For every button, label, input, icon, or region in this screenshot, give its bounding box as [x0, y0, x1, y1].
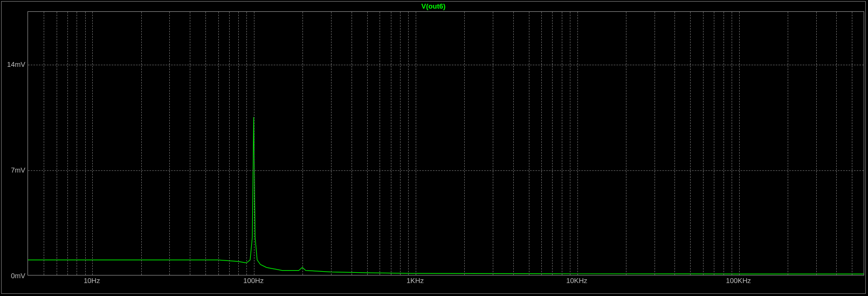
grid-line-v	[570, 12, 570, 275]
grid-line-v	[400, 12, 401, 275]
grid-line-v	[541, 12, 542, 275]
grid-line-v	[655, 12, 655, 275]
x-tick-label: 10KHz	[566, 277, 587, 285]
grid-line-v	[77, 12, 77, 275]
grid-line-v	[246, 12, 247, 275]
grid-line-v	[703, 12, 704, 275]
grid-line-v	[44, 12, 44, 275]
grid-line-v	[391, 12, 391, 275]
trace-title[interactable]: V(out6)	[422, 2, 446, 10]
grid-line-v	[331, 12, 332, 275]
grid-line-v	[562, 12, 562, 275]
grid-line-v	[408, 12, 409, 275]
grid-line-v	[464, 12, 465, 275]
grid-line-h	[28, 170, 864, 171]
trace-line	[28, 12, 864, 275]
plot-area[interactable]	[28, 12, 864, 275]
grid-line-v	[229, 12, 230, 275]
grid-line-v	[205, 12, 206, 275]
x-tick-label: 1KHz	[407, 277, 424, 285]
grid-line-v	[732, 12, 732, 275]
grid-line-v	[141, 12, 142, 275]
x-tick-label: 100Hz	[243, 277, 264, 285]
grid-line-v-major	[254, 12, 254, 275]
y-tick-label: 7mV	[11, 166, 25, 174]
grid-line-v	[190, 12, 190, 275]
grid-line-v	[85, 12, 86, 275]
grid-line-v	[674, 12, 675, 275]
grid-line-v	[380, 12, 380, 275]
grid-line-v	[816, 12, 817, 275]
grid-line-v	[836, 12, 837, 275]
grid-line-v	[852, 12, 852, 275]
grid-line-v	[513, 12, 514, 275]
plot-frame[interactable]	[27, 11, 864, 276]
grid-line-v	[302, 12, 303, 275]
grid-line-h	[28, 65, 864, 65]
grid-line-v	[552, 12, 553, 275]
grid-line-v	[67, 12, 68, 275]
grid-line-v	[529, 12, 529, 275]
grid-line-v-major	[739, 12, 740, 275]
grid-line-v	[626, 12, 626, 275]
grid-line-v-major	[416, 12, 416, 275]
grid-line-v	[714, 12, 714, 275]
grid-line-v	[788, 12, 788, 275]
grid-line-v	[238, 12, 239, 275]
y-tick-label: 0mV	[11, 272, 25, 280]
waveform-window: V(out6) 10Hz100Hz1KHz10KHz100KHz0mV7mV14…	[1, 1, 866, 294]
x-tick-label: 100KHz	[726, 277, 751, 285]
grid-line-v	[367, 12, 368, 275]
grid-line-v	[57, 12, 57, 275]
grid-line-v	[724, 12, 724, 275]
x-tick-label: 10Hz	[84, 277, 100, 285]
grid-line-v	[352, 12, 352, 275]
grid-line-v	[218, 12, 219, 275]
grid-line-v	[690, 12, 691, 275]
grid-line-v-major	[577, 12, 578, 275]
grid-line-v	[493, 12, 493, 275]
grid-line-v-major	[92, 12, 93, 275]
y-tick-label: 14mV	[7, 60, 25, 68]
grid-line-v	[169, 12, 170, 275]
